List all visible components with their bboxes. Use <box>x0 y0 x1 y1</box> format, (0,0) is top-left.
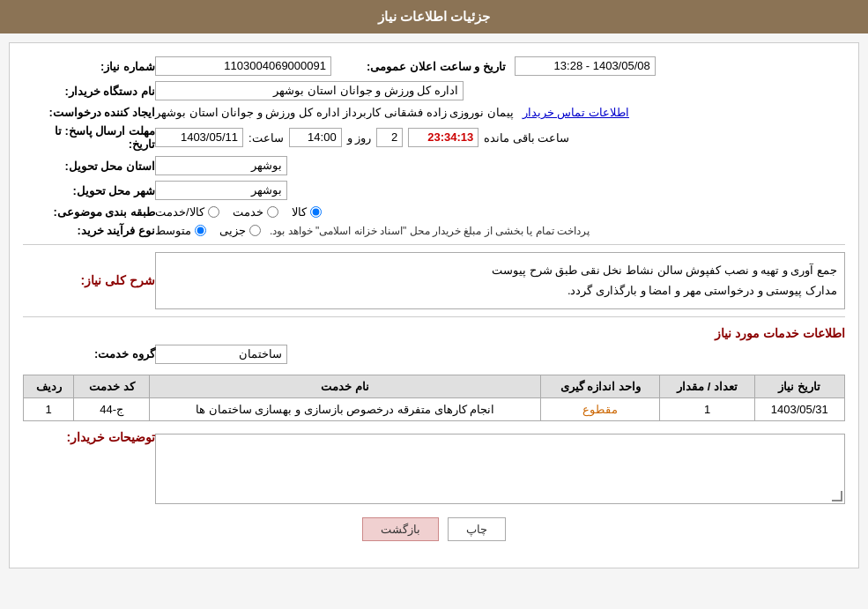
purchase-type-radio-group: متوسط جزیی <box>155 224 261 237</box>
purchase-type-label-jozei: جزیی <box>219 224 246 237</box>
services-table: تاریخ نیاز تعداد / مقدار واحد اندازه گیر… <box>23 375 845 421</box>
days-label: روز و <box>347 131 372 145</box>
cell-row-num: 1 <box>24 397 74 420</box>
category-label-kala-khedmat: کالا/خدمت <box>155 205 204 219</box>
description-label: شرح کلی نیاز: <box>23 273 155 287</box>
creator-value: پیمان نوروزی زاده فشقانی کاربرداز اداره … <box>155 106 514 119</box>
buyer-notes-row: توضیحات خریدار: <box>23 430 845 504</box>
deadline-row: مهلت ارسال پاسخ: تا تاریخ: 1403/05/11 سا… <box>23 124 845 151</box>
cell-unit: مقطوع <box>541 397 660 420</box>
col-date: تاریخ نیاز <box>754 375 844 397</box>
description-line2: مدارک پیوستی و درخواستی مهر و امضا و بار… <box>163 280 837 301</box>
deadline-label: مهلت ارسال پاسخ: تا تاریخ: <box>23 124 155 151</box>
divider-2 <box>23 316 845 317</box>
page-title: جزئیات اطلاعات نیاز <box>378 9 490 24</box>
services-title: اطلاعات خدمات مورد نیاز <box>23 326 845 340</box>
resize-handle[interactable] <box>832 491 842 501</box>
category-option-khedmat[interactable]: خدمت <box>233 205 278 219</box>
cell-date: 1403/05/31 <box>754 397 844 420</box>
purchase-type-label: نوع فرآیند خرید: <box>23 224 155 237</box>
purchase-type-radio-motavasset[interactable] <box>195 225 206 236</box>
purchase-type-radio-jozei[interactable] <box>249 225 261 236</box>
remaining-time: 23:34:13 <box>408 128 479 147</box>
service-group-value: ساختمان <box>155 345 287 364</box>
category-option-kala-khedmat[interactable]: کالا/خدمت <box>155 205 219 219</box>
buyer-notes-label: توضیحات خریدار: <box>23 430 155 444</box>
service-group-label: گروه خدمت: <box>23 347 155 360</box>
purchase-type-option-jozei[interactable]: جزیی <box>219 224 261 237</box>
description-row: شرح کلی نیاز: جمع آوری و تهیه و نصب کفپو… <box>23 252 845 309</box>
deadline-time-label: ساعت: <box>249 131 284 145</box>
creator-label: ایجاد کننده درخواست: <box>23 106 155 119</box>
city-label: شهر محل تحویل: <box>23 184 155 197</box>
days-value: 2 <box>376 128 403 147</box>
cell-quantity: 1 <box>660 397 754 420</box>
services-section: تاریخ نیاز تعداد / مقدار واحد اندازه گیر… <box>23 375 845 421</box>
col-unit: واحد اندازه گیری <box>541 375 660 397</box>
category-option-kala[interactable]: کالا <box>292 205 322 219</box>
col-service-name: نام خدمت <box>150 375 541 397</box>
purchase-type-row: نوع فرآیند خرید: متوسط جزیی پرداخت تمام … <box>23 224 845 237</box>
category-row: طبقه بندی موضوعی: کالا/خدمت خدمت کالا <box>23 205 845 219</box>
buyer-notes-box[interactable] <box>155 434 845 504</box>
back-button[interactable]: بازگشت <box>362 517 439 541</box>
footer-buttons: چاپ بازگشت <box>23 517 845 541</box>
province-label: استان محل تحویل: <box>23 160 155 173</box>
province-row: استان محل تحویل: بوشهر <box>23 156 845 175</box>
province-value: بوشهر <box>155 156 287 175</box>
category-radio-group: کالا/خدمت خدمت کالا <box>155 205 322 219</box>
remaining-label: ساعت باقی مانده <box>484 131 569 145</box>
print-button[interactable]: چاپ <box>448 517 506 541</box>
cell-service-code: ج-44 <box>74 397 150 420</box>
cell-service-name: انجام کارهای متفرقه درخصوص بازسازی و بهس… <box>150 397 541 420</box>
page-wrapper: جزئیات اطلاعات نیاز شماره نیاز: 11030040… <box>0 0 868 609</box>
date-label: تاریخ و ساعت اعلان عمومی: <box>358 60 515 73</box>
deadline-date: 1403/05/11 <box>155 128 243 147</box>
table-header-row: تاریخ نیاز تعداد / مقدار واحد اندازه گیر… <box>24 375 845 397</box>
city-row: شهر محل تحویل: بوشهر <box>23 181 845 200</box>
category-label: طبقه بندی موضوعی: <box>23 205 155 219</box>
date-value: 1403/05/08 - 13:28 <box>515 56 656 76</box>
city-value: بوشهر <box>155 181 287 200</box>
category-label-khedmat: خدمت <box>233 205 263 219</box>
category-radio-kala[interactable] <box>310 206 322 218</box>
buyer-name-value: اداره کل ورزش و جوانان استان بوشهر <box>155 81 464 100</box>
creator-contact-link[interactable]: اطلاعات تماس خریدار <box>523 106 629 119</box>
page-header: جزئیات اطلاعات نیاز <box>0 0 868 33</box>
purchase-note: پرداخت تمام یا بخشی از مبلغ خریدار محل "… <box>270 225 590 237</box>
table-row: 1403/05/31 1 مقطوع انجام کارهای متفرقه د… <box>24 397 845 420</box>
need-number-row: شماره نیاز: 1103004069000091 تاریخ و ساع… <box>23 56 845 76</box>
description-text: جمع آوری و تهیه و نصب کفپوش سالن نشاط نخ… <box>155 252 845 309</box>
col-row-num: ردیف <box>24 375 74 397</box>
divider-1 <box>23 244 845 245</box>
creator-row: ایجاد کننده درخواست: پیمان نوروزی زاده ف… <box>23 106 845 119</box>
col-quantity: تعداد / مقدار <box>660 375 754 397</box>
need-number-value: 1103004069000091 <box>155 56 331 76</box>
category-radio-khedmat[interactable] <box>267 206 278 218</box>
need-number-label: شماره نیاز: <box>23 60 155 73</box>
category-label-kala: کالا <box>292 205 307 219</box>
service-group-row: گروه خدمت: ساختمان <box>23 345 845 364</box>
buyer-name-row: نام دستگاه خریدار: اداره کل ورزش و جوانا… <box>23 81 845 100</box>
buyer-name-label: نام دستگاه خریدار: <box>23 85 155 98</box>
purchase-type-option-motavasset[interactable]: متوسط <box>155 224 206 237</box>
services-table-body: 1403/05/31 1 مقطوع انجام کارهای متفرقه د… <box>24 397 845 420</box>
description-line1: جمع آوری و تهیه و نصب کفپوش سالن نشاط نخ… <box>163 260 837 280</box>
deadline-time: 14:00 <box>289 128 342 147</box>
col-service-code: کد خدمت <box>74 375 150 397</box>
purchase-type-label-motavasset: متوسط <box>155 224 191 237</box>
content-area: شماره نیاز: 1103004069000091 تاریخ و ساع… <box>9 42 859 568</box>
category-radio-kala-khedmat[interactable] <box>208 206 219 218</box>
